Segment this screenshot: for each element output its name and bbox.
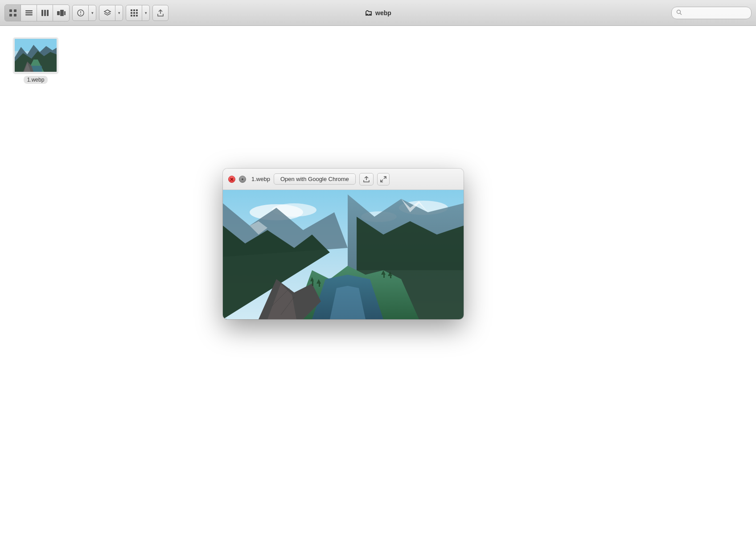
svg-rect-19 [136,9,138,11]
svg-rect-3 [14,14,16,16]
preview-expand-btn[interactable] [377,173,390,185]
svg-rect-21 [133,12,135,14]
view-mode-group [4,4,70,21]
svg-rect-17 [131,9,132,11]
svg-rect-23 [131,15,132,16]
dropbox-btn[interactable] [99,5,115,21]
svg-rect-5 [25,12,33,13]
search-box[interactable] [671,7,752,19]
svg-rect-8 [44,10,46,16]
svg-line-27 [680,13,682,15]
preview-filename: 1.webp [251,176,270,182]
preview-share-btn[interactable] [359,173,374,185]
view-column-btn[interactable] [37,5,53,21]
svg-marker-16 [104,10,111,13]
file-name: 1.webp [24,76,48,84]
svg-rect-20 [131,12,132,14]
share-btn[interactable] [152,5,168,21]
arrange-dropdown-arrow[interactable]: ▾ [142,5,149,21]
svg-rect-12 [64,11,66,15]
preview-open-with-btn[interactable]: Open with Google Chrome [274,173,356,185]
arrange-btn[interactable] [126,5,142,21]
preview-zoom-btn[interactable] [239,176,246,183]
preview-close-btn[interactable] [228,176,235,183]
view-cover-btn[interactable] [53,5,69,21]
svg-rect-6 [25,14,33,16]
svg-rect-22 [136,12,138,14]
svg-rect-25 [136,15,138,16]
action-btn-group: ▾ [72,5,96,21]
dropbox-dropdown-arrow[interactable]: ▾ [115,5,123,21]
svg-rect-9 [47,10,49,16]
preview-image-area [223,190,464,319]
arrange-btn-group: ▾ [126,5,150,21]
file-item[interactable]: 1.webp [9,35,62,87]
search-icon [676,9,682,16]
view-icon-btn[interactable] [5,5,21,21]
svg-point-26 [677,10,681,13]
svg-rect-2 [9,14,12,16]
toolbar: ▾ ▾ ▾ [0,0,756,26]
search-input[interactable] [684,9,747,16]
svg-rect-4 [25,10,33,12]
preview-toolbar: 1.webp Open with Google Chrome [223,169,464,190]
preview-popup: 1.webp Open with Google Chrome [223,169,464,319]
svg-rect-0 [9,9,12,12]
action-btn[interactable] [73,5,89,21]
view-list-btn[interactable] [21,5,37,21]
action-dropdown-arrow[interactable]: ▾ [89,5,96,21]
svg-rect-11 [60,10,64,16]
file-thumbnail [13,37,58,73]
dropbox-btn-group: ▾ [99,5,123,21]
content-area: 1.webp 1.webp Open with Google Chrome [0,26,756,544]
svg-rect-18 [133,9,135,11]
svg-rect-1 [14,9,16,12]
svg-rect-24 [133,15,135,16]
svg-rect-7 [41,10,43,16]
svg-rect-10 [57,11,60,15]
